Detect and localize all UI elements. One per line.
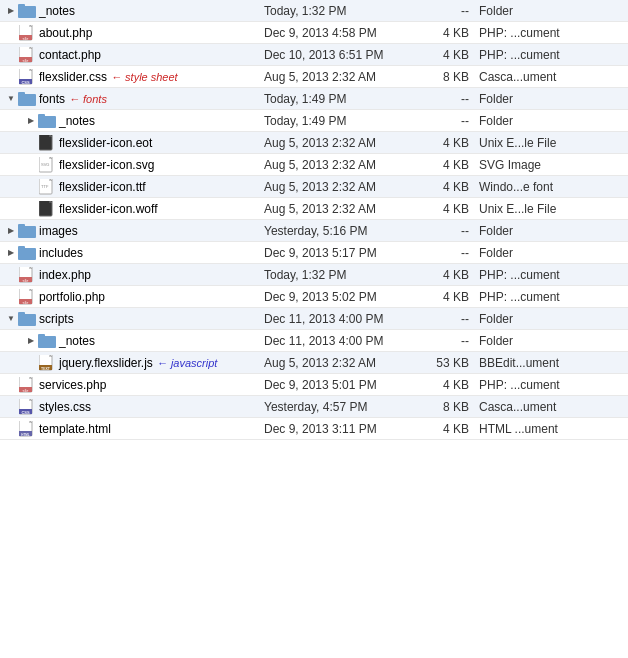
filename-label: services.php — [39, 378, 106, 392]
list-item[interactable]: TEXT jquery.flexslider.js← javascriptAug… — [0, 352, 628, 374]
file-size: 4 KB — [424, 48, 479, 62]
file-size: -- — [424, 114, 479, 128]
file-kind: PHP: ...cument — [479, 48, 628, 62]
file-name-col: </> about.php — [4, 25, 264, 41]
file-size: 4 KB — [424, 26, 479, 40]
svg-text:</>: </> — [23, 278, 29, 283]
file-date: Aug 5, 2013 2:32 AM — [264, 136, 424, 150]
file-date: Today, 1:32 PM — [264, 268, 424, 282]
list-item[interactable]: </> services.phpDec 9, 2013 5:01 PM4 KBP… — [0, 374, 628, 396]
file-size: 8 KB — [424, 400, 479, 414]
list-item[interactable]: flexslider-icon.woffAug 5, 2013 2:32 AM4… — [0, 198, 628, 220]
svg-text:SVG: SVG — [41, 162, 49, 167]
php-icon: </> — [18, 377, 36, 393]
expand-arrow-none — [4, 26, 18, 40]
filename-label: styles.css — [39, 400, 91, 414]
file-date: Aug 5, 2013 2:32 AM — [264, 356, 424, 370]
list-item[interactable]: CSS flexslider.css← style sheetAug 5, 20… — [0, 66, 628, 88]
file-name-col: ▼ fonts← fonts — [4, 91, 264, 107]
file-size: 4 KB — [424, 422, 479, 436]
file-size: 53 KB — [424, 356, 479, 370]
list-item[interactable]: </> index.phpToday, 1:32 PM4 KBPHP: ...c… — [0, 264, 628, 286]
php-icon: </> — [18, 47, 36, 63]
file-size: -- — [424, 312, 479, 326]
list-item[interactable]: ▼ fonts← fontsToday, 1:49 PM--Folder — [0, 88, 628, 110]
list-item[interactable]: ▶ imagesYesterday, 5:16 PM--Folder — [0, 220, 628, 242]
file-kind: Unix E...le File — [479, 136, 628, 150]
file-date: Dec 9, 2013 5:02 PM — [264, 290, 424, 304]
file-date: Dec 9, 2013 4:58 PM — [264, 26, 424, 40]
svg-rect-52 — [38, 334, 45, 338]
list-item[interactable]: CSS styles.cssYesterday, 4:57 PM8 KBCasc… — [0, 396, 628, 418]
list-item[interactable]: ▶ _notesToday, 1:32 PM--Folder — [0, 0, 628, 22]
svg-rect-1 — [18, 4, 25, 8]
svg-text:</>: </> — [23, 388, 29, 393]
file-name-col: </> index.php — [4, 267, 264, 283]
filename-label: flexslider-icon.woff — [59, 202, 157, 216]
file-size: 8 KB — [424, 70, 479, 84]
list-item[interactable]: ▶ _notesToday, 1:49 PM--Folder — [0, 110, 628, 132]
list-item[interactable]: ▶ _notesDec 11, 2013 4:00 PM--Folder — [0, 330, 628, 352]
expand-arrow-none — [24, 136, 38, 150]
file-size: 4 KB — [424, 136, 479, 150]
filename-label: jquery.flexslider.js — [59, 356, 153, 370]
svg-text:</>: </> — [23, 300, 29, 305]
folder-icon — [18, 311, 36, 327]
expand-arrow-collapsed[interactable]: ▶ — [24, 334, 38, 348]
svg-rect-50 — [18, 312, 25, 316]
list-item[interactable]: TTF flexslider-icon.ttfAug 5, 2013 2:32 … — [0, 176, 628, 198]
file-kind: BBEdit...ument — [479, 356, 628, 370]
filename-label: contact.php — [39, 48, 101, 62]
file-name-col: HTML template.html — [4, 421, 264, 437]
file-date: Dec 10, 2013 6:51 PM — [264, 48, 424, 62]
list-item[interactable]: </> about.phpDec 9, 2013 4:58 PM4 KBPHP:… — [0, 22, 628, 44]
filename-label: scripts — [39, 312, 74, 326]
css-icon: CSS — [18, 399, 36, 415]
expand-arrow-collapsed[interactable]: ▶ — [4, 4, 18, 18]
file-name-col: </> services.php — [4, 377, 264, 393]
filename-label: portfolio.php — [39, 290, 105, 304]
filename-label: about.php — [39, 26, 92, 40]
folder-icon — [38, 113, 56, 129]
file-kind: PHP: ...cument — [479, 268, 628, 282]
folder-icon — [38, 333, 56, 349]
filename-label: flexslider-icon.eot — [59, 136, 152, 150]
filename-label: _notes — [59, 114, 95, 128]
file-kind: Folder — [479, 246, 628, 260]
list-item[interactable]: </> contact.phpDec 10, 2013 6:51 PM4 KBP… — [0, 44, 628, 66]
file-kind: SVG Image — [479, 158, 628, 172]
file-list: ▶ _notesToday, 1:32 PM--Folder </> about… — [0, 0, 628, 440]
list-item[interactable]: HTML template.htmlDec 9, 2013 3:11 PM4 K… — [0, 418, 628, 440]
file-kind: Casca...ument — [479, 70, 628, 84]
list-item[interactable]: flexslider-icon.eotAug 5, 2013 2:32 AM4 … — [0, 132, 628, 154]
folder-icon — [18, 3, 36, 19]
file-kind: PHP: ...cument — [479, 26, 628, 40]
expand-arrow-collapsed[interactable]: ▶ — [4, 224, 18, 238]
expand-arrow-collapsed[interactable]: ▶ — [24, 114, 38, 128]
unix-file-icon — [38, 135, 56, 151]
file-kind: Folder — [479, 224, 628, 238]
file-date: Today, 1:49 PM — [264, 92, 424, 106]
file-name-col: flexslider-icon.woff — [4, 201, 264, 217]
file-size: -- — [424, 92, 479, 106]
file-size: -- — [424, 246, 479, 260]
expand-arrow-none — [24, 356, 38, 370]
file-name-col: CSS flexslider.css← style sheet — [4, 69, 264, 85]
list-item[interactable]: ▶ includesDec 9, 2013 5:17 PM--Folder — [0, 242, 628, 264]
expand-arrow-none — [4, 48, 18, 62]
list-item[interactable]: ▼ scriptsDec 11, 2013 4:00 PM--Folder — [0, 308, 628, 330]
list-item[interactable]: </> portfolio.phpDec 9, 2013 5:02 PM4 KB… — [0, 286, 628, 308]
file-kind: Folder — [479, 114, 628, 128]
expand-arrow-expanded[interactable]: ▼ — [4, 92, 18, 106]
expand-arrow-collapsed[interactable]: ▶ — [4, 246, 18, 260]
list-item[interactable]: SVG flexslider-icon.svgAug 5, 2013 2:32 … — [0, 154, 628, 176]
svg-rect-38 — [18, 246, 25, 250]
expand-arrow-none — [4, 268, 18, 282]
php-icon: </> — [18, 267, 36, 283]
file-kind: Folder — [479, 4, 628, 18]
expand-arrow-expanded[interactable]: ▼ — [4, 312, 18, 326]
folder-icon — [18, 223, 36, 239]
expand-arrow-none — [24, 202, 38, 216]
filename-label: index.php — [39, 268, 91, 282]
file-name-col: flexslider-icon.eot — [4, 135, 264, 151]
